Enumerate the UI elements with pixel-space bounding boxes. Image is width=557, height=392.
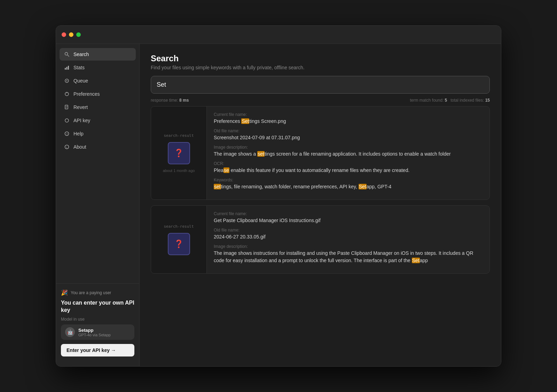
keywords-row: Keywords: settings, file renaming, watch… bbox=[214, 178, 483, 190]
old-file-label: Old file name: bbox=[214, 228, 483, 233]
result-thumbnail: search-result ❓ bbox=[151, 206, 207, 273]
results-area: search-result ❓ about 1 month ago Curren… bbox=[140, 106, 501, 366]
svg-rect-4 bbox=[68, 66, 69, 70]
response-time: response time: 8 ms bbox=[151, 98, 189, 103]
help-nav-icon: ? bbox=[64, 131, 70, 137]
image-desc-label: Image description: bbox=[214, 244, 483, 249]
sidebar-item-stats[interactable]: Stats bbox=[60, 61, 136, 74]
sidebar-footer: 🎉 You are a paying user You can enter yo… bbox=[56, 283, 139, 362]
sidebar-nav: SearchStatsQueuePreferencesRevertAPI key… bbox=[56, 48, 139, 281]
preferences-nav-label: Preferences bbox=[73, 91, 100, 97]
svg-rect-2 bbox=[65, 68, 66, 70]
ocr-value: Please enable this feature if you want t… bbox=[214, 167, 483, 174]
result-card: search-result ❓ about 1 month ago Curren… bbox=[151, 106, 490, 200]
about-nav-icon: i bbox=[64, 144, 70, 150]
current-file-row: Current file name: Preferences Settings … bbox=[214, 112, 483, 125]
current-file-value: Preferences Settings Screen.png bbox=[214, 118, 483, 125]
revert-nav-icon bbox=[64, 104, 70, 110]
ocr-label: OCR: bbox=[214, 161, 483, 166]
sidebar-item-preferences[interactable]: Preferences bbox=[60, 88, 136, 100]
sidebar-item-about[interactable]: iAbout bbox=[60, 141, 136, 153]
preferences-nav-icon bbox=[64, 91, 70, 97]
old-file-value: 2024-06-27 20.33.05.gif bbox=[214, 233, 483, 241]
svg-line-1 bbox=[68, 55, 69, 56]
search-input[interactable] bbox=[151, 76, 490, 94]
model-pill: 🤖 Setapp GPT-4o via Setapp bbox=[61, 324, 134, 340]
model-label: Model in use bbox=[61, 317, 134, 322]
result-details: Current file name: Get Paste Clipboard M… bbox=[207, 206, 489, 273]
maximize-button[interactable] bbox=[76, 32, 81, 37]
api-key-nav-label: API key bbox=[73, 118, 90, 123]
close-button[interactable] bbox=[62, 32, 66, 37]
sidebar-item-queue[interactable]: Queue bbox=[60, 75, 136, 87]
api-key-nav-icon bbox=[64, 117, 70, 124]
sidebar: SearchStatsQueuePreferencesRevertAPI key… bbox=[56, 44, 140, 366]
queue-nav-label: Queue bbox=[73, 78, 88, 84]
result-details: Current file name: Preferences Settings … bbox=[207, 107, 489, 199]
svg-rect-9 bbox=[65, 105, 68, 109]
enter-api-key-button[interactable]: Enter your API key → bbox=[61, 344, 134, 356]
about-nav-label: About bbox=[73, 144, 86, 150]
titlebar bbox=[56, 26, 501, 44]
help-nav-label: Help bbox=[73, 131, 84, 136]
paying-user-badge: 🎉 You are a paying user bbox=[61, 289, 134, 296]
image-desc-value: The image shows a settings screen for a … bbox=[214, 150, 483, 158]
image-desc-row: Image description: The image shows a set… bbox=[214, 145, 483, 158]
old-file-row: Old file name: Screenshot 2024-07-09 at … bbox=[214, 128, 483, 141]
sidebar-item-revert[interactable]: Revert bbox=[60, 101, 136, 113]
sidebar-item-api-key[interactable]: API key bbox=[60, 114, 136, 127]
image-desc-label: Image description: bbox=[214, 145, 483, 150]
svg-text:?: ? bbox=[66, 133, 68, 136]
result-card: search-result ❓ Current file name: Get P… bbox=[151, 205, 490, 274]
image-desc-value: The image shows instructions for install… bbox=[214, 250, 483, 264]
model-pill-text: Setapp GPT-4o via Setapp bbox=[78, 328, 111, 337]
svg-point-6 bbox=[66, 80, 68, 81]
sidebar-item-search[interactable]: Search bbox=[60, 48, 136, 61]
old-file-row: Old file name: 2024-06-27 20.33.05.gif bbox=[214, 228, 483, 241]
search-nav-label: Search bbox=[73, 52, 89, 57]
total-indexed-value: 15 bbox=[485, 98, 490, 103]
content-header: Search Find your files using simple keyw… bbox=[140, 44, 501, 76]
term-match-value: 5 bbox=[445, 98, 447, 103]
search-nav-icon bbox=[64, 51, 70, 57]
svg-text:i: i bbox=[66, 146, 67, 149]
old-file-value: Screenshot 2024-07-09 at 07.31.07.png bbox=[214, 134, 483, 141]
search-meta: response time: 8 ms term match found: 5 … bbox=[140, 98, 501, 106]
model-name: Setapp bbox=[78, 328, 111, 333]
old-file-label: Old file name: bbox=[214, 128, 483, 133]
current-file-label: Current file name: bbox=[214, 211, 483, 216]
stats-nav-icon bbox=[64, 64, 70, 71]
queue-nav-icon bbox=[64, 78, 70, 84]
traffic-lights bbox=[62, 32, 81, 37]
model-icon: 🤖 bbox=[65, 327, 75, 337]
sidebar-item-help[interactable]: ?Help bbox=[60, 127, 136, 140]
keywords-value: settings, file renaming, watch folder, r… bbox=[214, 183, 483, 190]
thumb-image: ❓ bbox=[168, 142, 190, 164]
svg-rect-3 bbox=[66, 67, 68, 70]
minimize-button[interactable] bbox=[69, 32, 73, 37]
result-thumb-label: search-result bbox=[164, 133, 194, 138]
image-desc-row: Image description: The image shows instr… bbox=[214, 244, 483, 264]
result-timestamp: about 1 month ago bbox=[163, 168, 195, 173]
response-time-value: 8 ms bbox=[179, 98, 189, 103]
app-window: SearchStatsQueuePreferencesRevertAPI key… bbox=[56, 25, 501, 367]
main-layout: SearchStatsQueuePreferencesRevertAPI key… bbox=[56, 44, 501, 366]
paying-user-text: You are a paying user bbox=[71, 290, 111, 295]
api-key-promo: You can enter your own API key Model in … bbox=[61, 299, 134, 356]
current-file-value: Get Paste Clipboard Manager iOS Instruct… bbox=[214, 217, 483, 224]
svg-point-12 bbox=[65, 119, 69, 122]
result-thumbnail: search-result ❓ about 1 month ago bbox=[151, 107, 207, 199]
main-content: Search Find your files using simple keyw… bbox=[140, 44, 501, 366]
search-bar-wrapper bbox=[140, 76, 501, 98]
current-file-row: Current file name: Get Paste Clipboard M… bbox=[214, 211, 483, 224]
revert-nav-label: Revert bbox=[73, 104, 88, 110]
result-thumb-label: search-result bbox=[164, 224, 194, 229]
current-file-label: Current file name: bbox=[214, 112, 483, 117]
match-stats: term match found: 5 total indexed files:… bbox=[410, 98, 490, 103]
page-title: Search bbox=[151, 54, 490, 63]
thumb-image: ❓ bbox=[168, 233, 190, 255]
stats-nav-label: Stats bbox=[73, 65, 85, 70]
model-sub: GPT-4o via Setapp bbox=[78, 333, 111, 337]
keywords-label: Keywords: bbox=[214, 178, 483, 182]
svg-point-0 bbox=[65, 53, 68, 55]
